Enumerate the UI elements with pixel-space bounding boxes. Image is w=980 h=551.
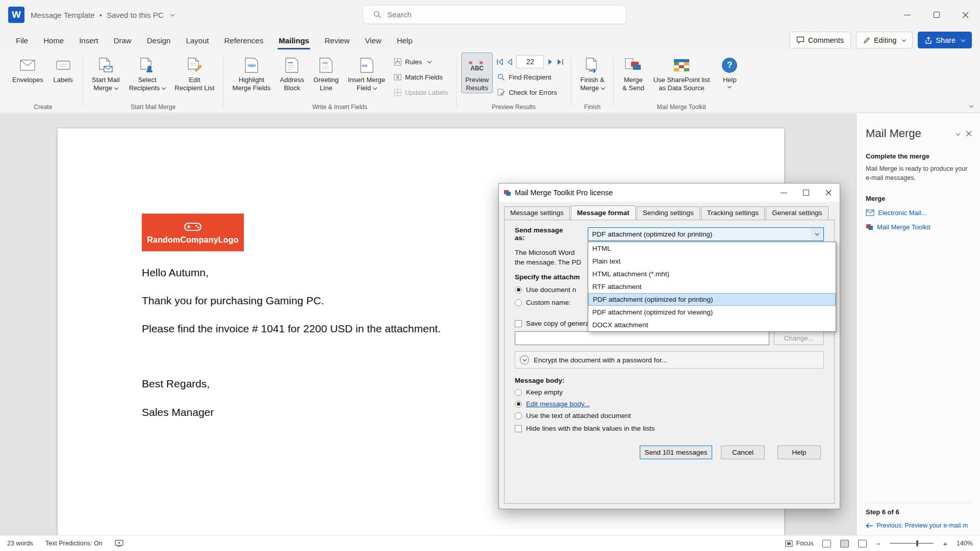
labels-button[interactable]: Labels <box>48 53 78 85</box>
hide-blank-lines-checkbox-row[interactable]: Hide lines with the blank values in the … <box>515 425 824 432</box>
web-layout-button[interactable] <box>858 540 867 547</box>
dropdown-option[interactable]: RTF attachment <box>588 280 836 293</box>
edit-message-body-link[interactable]: Edit message body... <box>526 400 590 408</box>
tab-draw[interactable]: Draw <box>106 30 139 51</box>
tab-general-settings[interactable]: General settings <box>766 206 828 221</box>
tab-references[interactable]: References <box>216 30 271 51</box>
dropdown-option[interactable]: PDF attachment (optimized for viewing) <box>588 306 836 319</box>
start-mail-merge-button[interactable]: Start Mail Merge <box>88 53 124 93</box>
hide-blank-lines-checkbox[interactable] <box>515 425 522 432</box>
radio-edit-message-body[interactable] <box>515 401 522 408</box>
encrypt-expander[interactable]: Encrypt the document with a password for… <box>515 351 824 369</box>
highlight-merge-fields-button[interactable]: «ab» Highlight Merge Fields <box>228 53 274 93</box>
greeting-line-button[interactable]: Aa Greeting Line <box>309 53 343 93</box>
envelopes-button[interactable]: Envelopes <box>8 53 47 85</box>
zoom-percentage[interactable]: 140% <box>957 540 973 547</box>
titlebar: W Message Template • Saved to this PC Se… <box>0 0 980 30</box>
previous-step-link[interactable]: Previous: Preview your e-mail m <box>876 522 968 529</box>
previous-record-button[interactable] <box>507 59 513 65</box>
tab-insert[interactable]: Insert <box>71 30 106 51</box>
tab-view[interactable]: View <box>357 30 389 51</box>
send-messages-button[interactable]: Send 101 messages <box>640 445 712 459</box>
edit-message-body-radio-row[interactable]: Edit message body... <box>515 400 824 408</box>
merge-and-send-button[interactable]: Merge & Send <box>618 53 648 93</box>
mail-merge-toolkit-link-row[interactable]: Mail Merge Toolkit <box>866 223 972 231</box>
editing-mode-button[interactable]: Editing <box>856 32 913 48</box>
read-mode-button[interactable] <box>822 540 831 547</box>
dialog-minimize-button[interactable] <box>772 183 795 202</box>
share-button[interactable]: Share <box>918 32 972 48</box>
minimize-button[interactable] <box>893 0 922 30</box>
check-for-errors-button[interactable]: Check for Errors <box>494 85 566 99</box>
dropdown-option[interactable]: HTML attachment (*.mht) <box>588 268 836 280</box>
electronic-mail-link[interactable]: Electronic Mail... <box>878 209 926 217</box>
record-number-input[interactable]: 22 <box>516 55 544 68</box>
electronic-mail-link-row[interactable]: Electronic Mail... <box>866 209 972 217</box>
folder-path-input[interactable] <box>515 331 769 345</box>
insert-merge-field-button[interactable]: «» Insert Merge Field <box>344 53 389 93</box>
zoom-out-button[interactable]: − <box>876 539 881 548</box>
tab-mailings[interactable]: Mailings <box>271 30 317 51</box>
send-message-as-combobox[interactable]: PDF attachment (optimized for printing) <box>588 227 824 241</box>
radio-keep-empty[interactable] <box>515 389 522 396</box>
finish-merge-button[interactable]: Finish & Merge <box>576 53 609 93</box>
save-status[interactable]: Saved to this PC <box>107 11 164 19</box>
mail-merge-toolkit-link[interactable]: Mail Merge Toolkit <box>877 223 931 231</box>
search-input[interactable]: Search <box>363 5 626 24</box>
next-record-button[interactable] <box>547 59 554 65</box>
match-fields-button[interactable]: Match Fields <box>390 70 451 84</box>
dropdown-option[interactable]: DOCX attachment <box>588 319 836 331</box>
dropdown-option[interactable]: Plain text <box>588 255 836 268</box>
tab-message-settings[interactable]: Message settings <box>504 206 570 221</box>
select-recipients-button[interactable]: Select Recipients <box>125 53 170 93</box>
preview-results-button[interactable]: « »ABC Preview Results <box>461 53 493 93</box>
radio-use-attached-text[interactable] <box>515 412 522 419</box>
zoom-in-button[interactable]: + <box>943 539 947 548</box>
comments-button[interactable]: Comments <box>789 32 851 48</box>
dropdown-option-selected[interactable]: PDF attachment (optimized for printing) <box>588 293 836 306</box>
tab-review[interactable]: Review <box>317 30 357 51</box>
maximize-button[interactable] <box>922 0 951 30</box>
previous-step-link-row[interactable]: Previous: Preview your e-mail m <box>866 522 972 529</box>
tab-help[interactable]: Help <box>389 30 420 51</box>
rules-button[interactable]: Rules <box>390 55 451 69</box>
use-attached-text-radio-row[interactable]: Use the text of attached document <box>515 412 824 419</box>
find-recipient-button[interactable]: Find Recipient <box>494 70 566 84</box>
word-count[interactable]: 23 words <box>7 540 33 547</box>
zoom-slider[interactable] <box>890 543 934 544</box>
help-button[interactable]: Help <box>777 445 821 459</box>
dialog-close-button[interactable] <box>817 183 840 202</box>
toolkit-help-button[interactable]: ? Help <box>715 53 744 89</box>
change-folder-button[interactable]: Change... <box>774 331 824 345</box>
text-predictions-toggle[interactable]: Text Predictions: On <box>45 540 103 547</box>
tab-file[interactable]: File <box>8 30 36 51</box>
tab-sending-settings[interactable]: Sending settings <box>637 206 700 221</box>
collapse-ribbon-button[interactable] <box>967 101 973 110</box>
radio-use-document-name[interactable] <box>515 286 522 294</box>
pane-close-button[interactable] <box>966 130 972 137</box>
dialog-maximize-button[interactable] <box>795 183 817 202</box>
tab-home[interactable]: Home <box>36 30 71 51</box>
dialog-titlebar[interactable]: Mail Merge Toolkit Pro license <box>499 183 840 202</box>
sharepoint-data-source-button[interactable]: Use SharePoint list as Data Source <box>649 53 714 93</box>
accessibility-icon[interactable] <box>115 540 123 547</box>
cancel-button[interactable]: Cancel <box>721 445 765 459</box>
save-copy-checkbox[interactable] <box>515 320 522 327</box>
tab-design[interactable]: Design <box>139 30 179 51</box>
last-record-button[interactable] <box>557 59 564 65</box>
tab-message-format[interactable]: Message format <box>571 205 636 220</box>
tab-layout[interactable]: Layout <box>178 30 216 51</box>
update-labels-button[interactable]: Update Labels <box>390 85 451 99</box>
pane-options-button[interactable] <box>954 129 960 138</box>
focus-mode-button[interactable]: Focus <box>785 540 813 547</box>
first-record-button[interactable] <box>496 59 504 65</box>
tab-tracking-settings[interactable]: Tracking settings <box>701 206 765 221</box>
dropdown-option[interactable]: HTML <box>588 242 836 255</box>
edit-recipient-list-button[interactable]: Edit Recipient List <box>170 53 218 93</box>
close-button[interactable] <box>951 0 980 30</box>
zoom-slider-thumb[interactable] <box>916 540 918 546</box>
address-block-button[interactable]: Address Block <box>276 53 309 93</box>
keep-empty-radio-row[interactable]: Keep empty <box>515 388 824 396</box>
radio-custom-name[interactable] <box>515 299 522 306</box>
print-layout-button[interactable] <box>840 540 849 547</box>
